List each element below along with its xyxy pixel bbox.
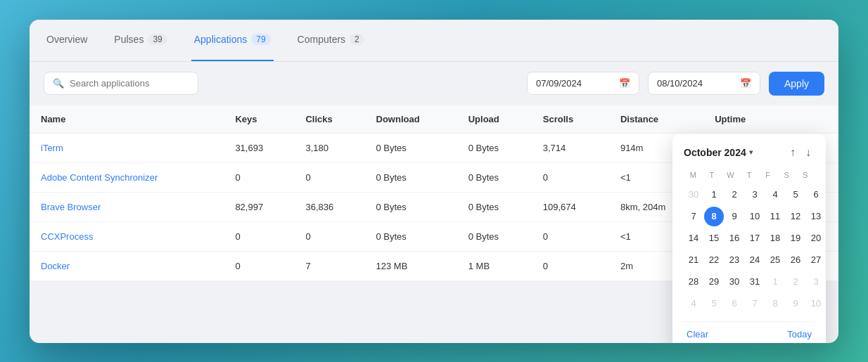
row-scrolls: 0	[532, 162, 609, 192]
calendar-month: October 2024 ▾	[684, 147, 753, 158]
calendar-day-cell[interactable]: 26	[786, 250, 805, 270]
calendar-day-cell[interactable]: 30	[684, 185, 703, 205]
calendar-day-label: T	[703, 169, 722, 181]
tab-pulses-label: Pulses	[114, 34, 143, 45]
calendar-day-label: T	[740, 169, 759, 181]
calendar-day-cell[interactable]: 23	[725, 250, 744, 270]
row-app-name[interactable]: Adobe Content Synchronizer	[30, 162, 224, 192]
calendar-day-cell[interactable]: 30	[725, 272, 744, 292]
main-window: Overview Pulses 39 Applications 79 Compu…	[30, 20, 838, 343]
calendar-day-cell[interactable]: 14	[684, 228, 703, 248]
calendar-day-cell[interactable]: 15	[704, 228, 724, 248]
calendar-day-cell[interactable]: 6	[806, 185, 826, 205]
search-input[interactable]	[70, 78, 189, 89]
calendar-day-cell[interactable]: 17	[745, 228, 765, 248]
calendar-days-header: MTWTFSS	[684, 169, 815, 181]
date-to-value[interactable]	[657, 78, 734, 89]
calendar-day-cell[interactable]: 5	[704, 294, 724, 313]
tab-pulses[interactable]: Pulses 39	[111, 20, 170, 61]
calendar-day-cell[interactable]: 22	[704, 250, 724, 270]
tabs-bar: Overview Pulses 39 Applications 79 Compu…	[30, 20, 838, 62]
calendar-day-cell[interactable]: 9	[725, 207, 744, 226]
table-header-row: Name Keys Clicks Download Upload Scrolls…	[30, 105, 838, 134]
calendar-day-cell[interactable]: 20	[806, 228, 826, 248]
col-keys: Keys	[224, 105, 294, 134]
tab-applications-badge: 79	[251, 34, 270, 45]
date-from-value[interactable]	[536, 78, 613, 89]
calendar-month-label: October 2024	[684, 147, 746, 158]
calendar-day-cell[interactable]: 19	[786, 228, 805, 248]
row-download: 0 Bytes	[365, 192, 457, 221]
calendar-day-cell[interactable]: 7	[745, 294, 765, 313]
calendar-day-cell[interactable]: 5	[786, 185, 805, 205]
calendar-day-label: S	[777, 169, 796, 181]
row-upload: 0 Bytes	[457, 133, 532, 162]
calendar-day-cell[interactable]: 1	[765, 272, 785, 292]
tab-computers-badge: 2	[350, 34, 364, 45]
calendar-day-cell[interactable]: 28	[684, 272, 703, 292]
row-download: 123 MB	[365, 251, 457, 280]
calendar-day-cell[interactable]: 7	[684, 207, 703, 226]
row-clicks: 3,180	[294, 133, 364, 162]
calendar-day-cell[interactable]: 4	[765, 185, 785, 205]
row-download: 0 Bytes	[365, 133, 457, 162]
calendar-day-cell[interactable]: 8	[765, 294, 785, 313]
calendar-day-label: W	[721, 169, 740, 181]
calendar-header: October 2024 ▾ ↑ ↓	[684, 145, 815, 160]
row-keys: 0	[224, 221, 294, 251]
row-app-name[interactable]: CCXProcess	[30, 221, 224, 251]
calendar-day-cell[interactable]: 29	[704, 272, 724, 292]
calendar-day-cell[interactable]: 8	[704, 207, 724, 226]
row-keys: 0	[224, 251, 294, 280]
calendar-day-cell[interactable]: 24	[745, 250, 765, 270]
tab-overview[interactable]: Overview	[44, 20, 90, 61]
calendar-day-cell[interactable]: 31	[745, 272, 765, 292]
calendar-day-cell[interactable]: 16	[725, 228, 744, 248]
calendar-day-cell[interactable]: 10	[806, 294, 826, 313]
calendar-popup: October 2024 ▾ ↑ ↓ MTWTFSS 3012345678910…	[672, 134, 826, 343]
row-app-name[interactable]: iTerm	[30, 133, 224, 162]
col-clicks: Clicks	[294, 105, 364, 134]
tab-applications[interactable]: Applications 79	[191, 20, 274, 61]
row-scrolls: 0	[532, 221, 609, 251]
row-upload: 0 Bytes	[457, 221, 532, 251]
date-to-input[interactable]: 📅	[648, 72, 760, 95]
calendar-day-cell[interactable]: 25	[765, 250, 785, 270]
calendar-day-cell[interactable]: 11	[765, 207, 785, 226]
row-app-name[interactable]: Docker	[30, 251, 224, 280]
calendar-day-cell[interactable]: 21	[684, 250, 703, 270]
calendar-day-cell[interactable]: 18	[765, 228, 785, 248]
calendar-day-cell[interactable]: 3	[745, 185, 765, 205]
row-scrolls: 109,674	[532, 192, 609, 221]
calendar-day-label: F	[758, 169, 777, 181]
calendar-day-cell[interactable]: 10	[745, 207, 765, 226]
row-keys: 0	[224, 162, 294, 192]
row-keys: 31,693	[224, 133, 294, 162]
calendar-day-cell[interactable]: 2	[725, 185, 744, 205]
calendar-day-cell[interactable]: 13	[806, 207, 826, 226]
apply-button[interactable]: Apply	[769, 72, 824, 96]
row-app-name[interactable]: Brave Browser	[30, 192, 224, 221]
calendar-day-cell[interactable]: 12	[786, 207, 805, 226]
chevron-down-icon[interactable]: ▾	[749, 148, 753, 156]
tab-computers-label: Computers	[298, 34, 345, 45]
calendar-day-cell[interactable]: 27	[806, 250, 826, 270]
today-button[interactable]: Today	[784, 328, 815, 341]
calendar-day-cell[interactable]: 6	[725, 294, 744, 313]
tab-computers[interactable]: Computers 2	[295, 20, 367, 61]
row-clicks: 0	[294, 162, 364, 192]
calendar-next-button[interactable]: ↓	[802, 145, 815, 160]
calendar-day-cell[interactable]: 2	[786, 272, 805, 292]
row-clicks: 7	[294, 251, 364, 280]
search-box[interactable]: 🔍	[44, 72, 198, 95]
calendar-day-cell[interactable]: 4	[684, 294, 703, 313]
calendar-prev-button[interactable]: ↑	[786, 145, 799, 160]
col-name: Name	[30, 105, 224, 134]
date-from-input[interactable]: 📅	[527, 72, 639, 95]
calendar-day-cell[interactable]: 1	[704, 185, 724, 205]
calendar-day-cell[interactable]: 3	[806, 272, 826, 292]
row-upload: 1 MB	[457, 251, 532, 280]
calendar-day-cell[interactable]: 9	[786, 294, 805, 313]
calendar-nav: ↑ ↓	[786, 145, 815, 160]
clear-button[interactable]: Clear	[684, 328, 711, 341]
